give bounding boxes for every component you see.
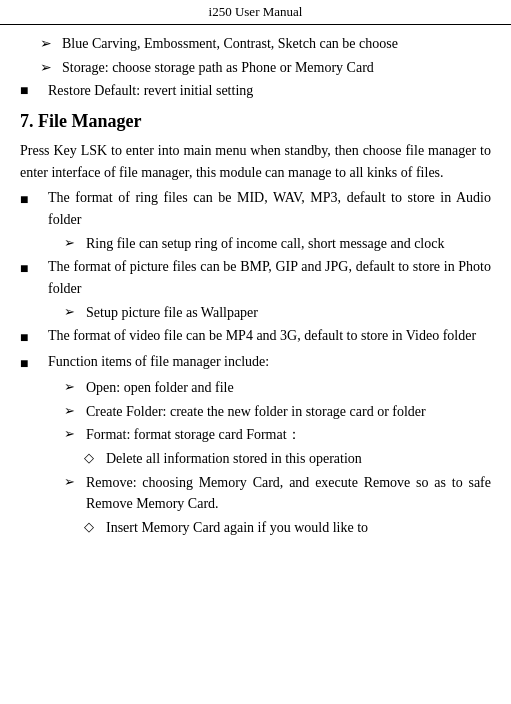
arrow-icon-sub-4-3: ➢ bbox=[64, 424, 86, 446]
section-title: 7. File Manager bbox=[20, 111, 141, 131]
arrow-icon-sub-4-1: ➢ bbox=[64, 377, 86, 399]
header-title: i250 User Manual bbox=[209, 4, 303, 19]
main-bullet-3: ■ The format of video file can be MP4 an… bbox=[20, 325, 491, 349]
sub-bullet-4-3: ➢ Format: format storage card Format： bbox=[64, 424, 491, 446]
arrow-icon-1: ➢ bbox=[40, 33, 62, 55]
sub-bullet-4-2: ➢ Create Folder: create the new folder i… bbox=[64, 401, 491, 423]
intro-bullet-2-text: Storage: choose storage path as Phone or… bbox=[62, 57, 491, 79]
diamond-bullet-4-4-1-text: Insert Memory Card again if you would li… bbox=[106, 517, 491, 539]
arrow-icon-sub-4-4: ➢ bbox=[64, 472, 86, 515]
sub-bullet-4-4-text: Remove: choosing Memory Card, and execut… bbox=[86, 472, 491, 515]
page-content: ➢ Blue Carving, Embossment, Contrast, Sk… bbox=[0, 25, 511, 704]
square-icon-2: ■ bbox=[20, 256, 48, 299]
diamond-bullet-4-3-1-text: Delete all information stored in this op… bbox=[106, 448, 491, 470]
main-bullet-3-text: The format of video file can be MP4 and … bbox=[48, 325, 491, 349]
main-bullet-4: ■ Function items of file manager include… bbox=[20, 351, 491, 375]
diamond-icon-4-3-1: ◇ bbox=[84, 448, 106, 470]
intro-bullet-1-text: Blue Carving, Embossment, Contrast, Sket… bbox=[62, 33, 491, 55]
diamond-bullet-4-3-1: ◇ Delete all information stored in this … bbox=[84, 448, 491, 470]
arrow-icon-sub-4-2: ➢ bbox=[64, 401, 86, 423]
sub-bullet-1-1: ➢ Ring file can setup ring of income cal… bbox=[64, 233, 491, 255]
diamond-icon-4-4-1: ◇ bbox=[84, 517, 106, 539]
intro-bullet-1: ➢ Blue Carving, Embossment, Contrast, Sk… bbox=[40, 33, 491, 55]
sub-bullet-2-1: ➢ Setup picture file as Wallpaper bbox=[64, 302, 491, 324]
arrow-icon-sub-2-1: ➢ bbox=[64, 302, 86, 324]
sub-bullet-4-4: ➢ Remove: choosing Memory Card, and exec… bbox=[64, 472, 491, 515]
restore-text: Restore Default: revert initial setting bbox=[48, 80, 491, 102]
restore-line: ■ Restore Default: revert initial settin… bbox=[20, 80, 491, 102]
sub-bullet-1-1-text: Ring file can setup ring of income call,… bbox=[86, 233, 491, 255]
sub-bullet-2-1-text: Setup picture file as Wallpaper bbox=[86, 302, 491, 324]
main-bullet-2-text: The format of picture files can be BMP, … bbox=[48, 256, 491, 299]
sub-bullet-4-1: ➢ Open: open folder and file bbox=[64, 377, 491, 399]
sub-bullet-4-1-text: Open: open folder and file bbox=[86, 377, 491, 399]
arrow-icon-2: ➢ bbox=[40, 57, 62, 79]
square-icon-4: ■ bbox=[20, 351, 48, 375]
section-heading: 7. File Manager bbox=[20, 108, 491, 136]
square-icon-3: ■ bbox=[20, 325, 48, 349]
main-bullet-2: ■ The format of picture files can be BMP… bbox=[20, 256, 491, 299]
main-bullet-4-text: Function items of file manager include: bbox=[48, 351, 491, 375]
arrow-icon-sub-1-1: ➢ bbox=[64, 233, 86, 255]
sub-bullet-4-2-text: Create Folder: create the new folder in … bbox=[86, 401, 491, 423]
page-header: i250 User Manual bbox=[0, 0, 511, 25]
main-bullet-1-text: The format of ring files can be MID, WAV… bbox=[48, 187, 491, 230]
square-icon-1: ■ bbox=[20, 187, 48, 230]
intro-bullet-2: ➢ Storage: choose storage path as Phone … bbox=[40, 57, 491, 79]
diamond-bullet-4-4-1: ◇ Insert Memory Card again if you would … bbox=[84, 517, 491, 539]
intro-paragraph: Press Key LSK to enter into main menu wh… bbox=[20, 140, 491, 183]
square-icon-restore: ■ bbox=[20, 80, 48, 102]
main-bullet-1: ■ The format of ring files can be MID, W… bbox=[20, 187, 491, 230]
sub-bullet-4-3-text: Format: format storage card Format： bbox=[86, 424, 491, 446]
page-container: i250 User Manual ➢ Blue Carving, Embossm… bbox=[0, 0, 511, 704]
